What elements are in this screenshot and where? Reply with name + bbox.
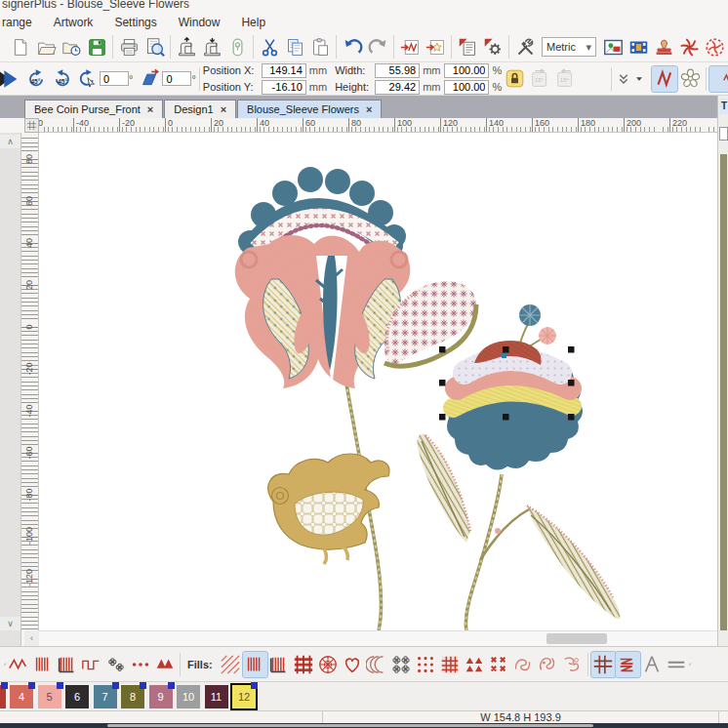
docker-box[interactable] [719, 127, 728, 141]
fill-cross-motif-icon[interactable] [487, 652, 511, 677]
fill-lattice-icon[interactable] [591, 652, 616, 677]
scale-y-input[interactable] [444, 80, 489, 95]
read-from-machine-icon[interactable] [199, 34, 224, 60]
thread-color-9[interactable]: 9 [149, 685, 173, 708]
tab-close-icon[interactable]: × [147, 103, 153, 115]
thread-color-8[interactable]: 8 [121, 685, 144, 708]
unit-selector[interactable]: Metric▾ [542, 37, 596, 57]
fill-mandala-icon[interactable] [316, 652, 341, 677]
menu-item-help[interactable]: Help [230, 14, 276, 31]
fill-paisley-3-icon[interactable] [560, 652, 585, 677]
rotate-by-input[interactable] [100, 71, 129, 86]
ruler-corner[interactable] [24, 118, 39, 133]
fill-satin-icon[interactable] [243, 652, 267, 677]
save-icon[interactable] [84, 34, 109, 60]
scrollbar-thumb[interactable] [546, 633, 607, 644]
fill-compass-icon[interactable] [640, 652, 665, 677]
fill-parallel-lines-icon[interactable] [665, 652, 689, 677]
outline-motif-icon[interactable] [103, 652, 128, 677]
toolbox-scroll-up[interactable]: ∧ [0, 135, 20, 148]
fill-edge-partial-icon[interactable] [689, 652, 695, 677]
tulip-flower[interactable] [235, 167, 411, 388]
print-preview-icon[interactable] [142, 34, 167, 60]
fill-triangle-motif-icon[interactable] [463, 652, 487, 677]
design-canvas[interactable] [39, 133, 717, 630]
background-picture-icon[interactable] [600, 34, 626, 60]
flower-motif-icon[interactable] [677, 66, 703, 92]
rotate-15-ccw-icon[interactable]: 15° [527, 66, 552, 92]
thread-color-sliver[interactable] [0, 685, 6, 708]
outline-zigzag-icon[interactable] [6, 652, 30, 677]
fill-waves-icon[interactable] [365, 652, 389, 677]
outline-dots-icon[interactable] [128, 652, 152, 677]
menu-item-settings[interactable]: Settings [103, 14, 167, 31]
insert-embroidery-icon[interactable] [397, 34, 423, 60]
fill-motif-grid-icon[interactable] [389, 652, 414, 677]
position-y-input[interactable] [262, 80, 306, 95]
fill-raised-satin-icon[interactable] [267, 652, 292, 677]
fill-grid-icon[interactable] [438, 652, 463, 677]
outline-raised-satin-icon[interactable] [55, 652, 79, 677]
selection-pointer-icon[interactable] [0, 66, 20, 92]
horizontal-scrollbar[interactable] [39, 630, 717, 646]
copy-icon[interactable] [282, 34, 307, 60]
fill-hatch-icon[interactable] [219, 652, 243, 677]
write-to-machine-icon[interactable] [174, 34, 199, 60]
fill-paisley-2-icon[interactable] [536, 652, 560, 677]
tab-close-icon[interactable]: × [221, 103, 226, 115]
collapse-chevron-icon[interactable] [615, 66, 632, 92]
tools-icon[interactable] [512, 34, 538, 60]
scale-x-input[interactable] [444, 63, 489, 78]
thread-color-12[interactable]: 12 [232, 685, 256, 708]
rotate-ccw-45-icon[interactable]: 45° [23, 66, 49, 92]
skew-icon[interactable] [137, 66, 162, 92]
stitch-player-icon[interactable] [626, 34, 651, 60]
open-recent-icon[interactable] [59, 34, 84, 60]
applique-icon[interactable] [702, 34, 727, 60]
paste-icon[interactable] [307, 34, 333, 60]
twirl-icon[interactable] [676, 34, 702, 60]
skew-by-input[interactable] [162, 71, 191, 86]
docker-tab[interactable]: T [719, 99, 728, 114]
zigzag-stitch-icon[interactable] [652, 66, 677, 92]
rotate-free-icon[interactable] [74, 66, 100, 92]
toolbox-scroll-down[interactable]: ∨ [0, 617, 20, 630]
outline-square-motif-icon[interactable] [79, 652, 103, 677]
fill-dot-grid-icon[interactable] [414, 652, 438, 677]
tab-blouse-sleeve-flowers[interactable]: Blouse_Sleeve Flowers× [237, 100, 382, 118]
embroidery-design[interactable] [39, 133, 717, 630]
motif-cluster-icon[interactable] [709, 66, 728, 92]
outline-satin-icon[interactable] [30, 652, 55, 677]
fill-weave-icon[interactable] [292, 652, 316, 677]
tab-close-icon[interactable]: × [366, 103, 372, 115]
acanthus-leaf[interactable] [268, 454, 389, 564]
machine-manager-icon[interactable] [224, 34, 250, 60]
more-arrow-icon[interactable] [632, 66, 646, 92]
design-properties-icon[interactable] [455, 34, 480, 60]
position-x-input[interactable] [262, 63, 306, 78]
scroll-left-arrow[interactable]: ‹ [24, 630, 39, 646]
fill-paisley-1-icon[interactable] [511, 652, 536, 677]
thread-color-4[interactable]: 4 [10, 685, 33, 708]
menu-item-artwork[interactable]: Artwork [43, 14, 104, 31]
thread-color-11[interactable]: 11 [205, 685, 228, 708]
rotate-cw-45-icon[interactable]: 45° [49, 66, 74, 92]
redo-icon[interactable] [365, 34, 390, 60]
stamp-icon[interactable] [651, 34, 676, 60]
thread-color-10[interactable]: 10 [177, 685, 200, 708]
height-input[interactable] [375, 80, 420, 95]
tab-bee-coin-purse-front[interactable]: Bee Coin Purse_Front× [24, 100, 163, 118]
rotate-15-cw-icon[interactable]: 15° [552, 66, 578, 92]
menu-item-window[interactable]: Window [168, 14, 231, 31]
menu-item-range[interactable]: range [0, 14, 43, 31]
options-icon[interactable] [480, 34, 506, 60]
round-flower[interactable] [446, 304, 583, 470]
undo-icon[interactable] [340, 34, 365, 60]
width-input[interactable] [375, 63, 420, 78]
tab-design1[interactable]: Design1× [164, 100, 236, 118]
fill-heart-icon[interactable] [341, 652, 365, 677]
cut-icon[interactable] [257, 34, 282, 60]
outline-triangles-icon[interactable] [152, 652, 177, 677]
print-icon[interactable] [116, 34, 142, 60]
insert-artwork-icon[interactable] [423, 34, 448, 60]
